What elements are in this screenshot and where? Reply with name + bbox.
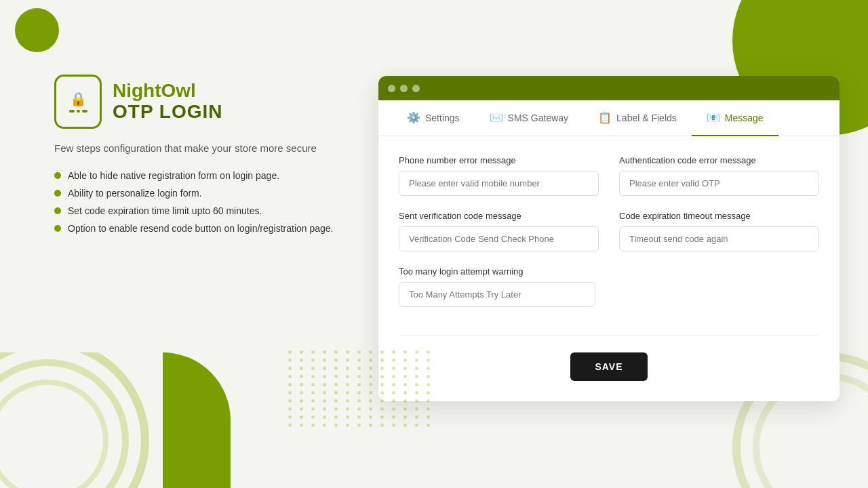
- phone-dots: [69, 110, 87, 113]
- phone-dot-3: [82, 110, 87, 113]
- code-expiration-label: Code expiration timeout message: [619, 211, 819, 221]
- browser-content: ⚙️ Settings ✉️ SMS Gateway 📋 Label & Fie…: [378, 100, 840, 401]
- message-icon: 📧: [707, 111, 720, 124]
- auth-code-error-input[interactable]: [619, 171, 819, 196]
- tab-label-fields[interactable]: 📋 Label & Fields: [583, 100, 692, 136]
- tagline: Few steps configuration that make your s…: [54, 142, 346, 154]
- deco-circle-top-left: [15, 8, 59, 52]
- tabs-row: ⚙️ Settings ✉️ SMS Gateway 📋 Label & Fie…: [378, 100, 840, 136]
- save-row: SAVE: [378, 336, 840, 381]
- feature-text-4: Option to enable resend code button on l…: [68, 223, 334, 234]
- lock-icon: 🔒: [70, 91, 87, 107]
- phone-icon: 🔒: [54, 75, 102, 129]
- left-panel: 🔒 NightOwl OTP LOGIN Few steps configura…: [54, 75, 346, 234]
- feature-text-1: Able to hide native registration form on…: [68, 170, 279, 181]
- bullet-3: [54, 207, 61, 214]
- brand-name: NightOwl: [113, 81, 223, 102]
- phone-error-label: Phone number error message: [399, 155, 599, 165]
- bullet-2: [54, 190, 61, 197]
- too-many-input[interactable]: [399, 282, 595, 307]
- too-many-label: Too many login attempt warning: [399, 266, 819, 277]
- feature-item-2: Ability to personalize login form.: [54, 188, 346, 199]
- sent-verification-label: Sent verification code message: [399, 211, 599, 221]
- browser-dot-1: [388, 85, 395, 92]
- tab-label-fields-label: Label & Fields: [616, 113, 677, 123]
- auth-code-error-group: Authentication code error message: [619, 155, 819, 196]
- feature-text-2: Ability to personalize login form.: [68, 188, 202, 199]
- sent-verification-group: Sent verification code message: [399, 211, 599, 251]
- browser-window: ⚙️ Settings ✉️ SMS Gateway 📋 Label & Fie…: [378, 76, 840, 401]
- save-button[interactable]: SAVE: [570, 352, 647, 381]
- browser-dot-3: [412, 85, 420, 92]
- tab-settings-label: Settings: [425, 113, 460, 123]
- feature-item-1: Able to hide native registration form on…: [54, 170, 346, 181]
- feature-text-3: Set code expiration time limit upto 60 m…: [68, 205, 262, 216]
- form-row-2: Sent verification code message Code expi…: [399, 211, 819, 251]
- phone-dot-2: [77, 110, 80, 113]
- code-expiration-group: Code expiration timeout message: [619, 211, 819, 251]
- tab-sms-gateway[interactable]: ✉️ SMS Gateway: [475, 100, 583, 136]
- features-list: Able to hide native registration form on…: [54, 170, 346, 234]
- bullet-4: [54, 225, 61, 232]
- browser-bar: [378, 76, 840, 100]
- brand-header: 🔒 NightOwl OTP LOGIN: [54, 75, 346, 129]
- tab-settings[interactable]: ⚙️ Settings: [392, 100, 475, 136]
- phone-dot-1: [69, 110, 75, 113]
- form-row-3: Too many login attempt warning: [399, 266, 819, 307]
- form-row-1: Phone number error message Authenticatio…: [399, 155, 819, 196]
- feature-item-4: Option to enable resend code button on l…: [54, 223, 346, 234]
- brand-text: NightOwl OTP LOGIN: [113, 81, 223, 123]
- dot-pattern-decoration: // dots rendered via JS: [288, 350, 433, 427]
- tab-message[interactable]: 📧 Message: [692, 100, 778, 136]
- label-icon: 📋: [598, 111, 612, 124]
- phone-error-input[interactable]: [399, 171, 599, 196]
- settings-icon: ⚙️: [407, 111, 420, 124]
- auth-code-error-label: Authentication code error message: [619, 155, 819, 165]
- feature-item-3: Set code expiration time limit upto 60 m…: [54, 205, 346, 216]
- brand-subtitle: OTP LOGIN: [113, 101, 223, 123]
- deco-bottom-left-green: [95, 352, 231, 488]
- code-expiration-input[interactable]: [619, 226, 819, 251]
- phone-error-group: Phone number error message: [399, 155, 599, 196]
- form-content: Phone number error message Authenticatio…: [378, 136, 840, 329]
- tab-message-label: Message: [725, 113, 764, 123]
- sent-verification-input[interactable]: [399, 226, 599, 251]
- too-many-group: Too many login attempt warning: [399, 266, 819, 307]
- tab-sms-label: SMS Gateway: [508, 113, 568, 123]
- browser-dot-2: [400, 85, 408, 92]
- sms-icon: ✉️: [490, 111, 503, 124]
- bullet-1: [54, 172, 61, 179]
